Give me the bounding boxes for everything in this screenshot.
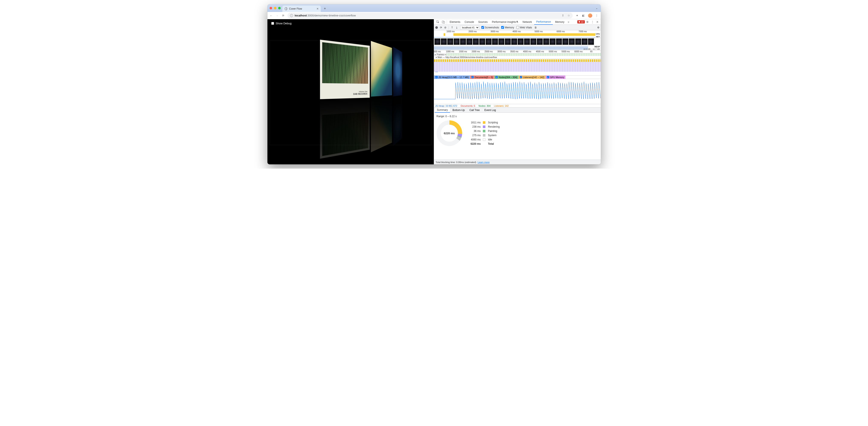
new-tab-button[interactable]: + — [323, 7, 327, 10]
documents-filter[interactable]: ✓Documents[5 – 5] — [470, 76, 494, 79]
filmstrip-thumb[interactable] — [473, 38, 479, 45]
filmstrip-thumb[interactable] — [460, 38, 466, 45]
back-button[interactable]: ← — [270, 14, 273, 17]
traffic-lights — [270, 7, 281, 9]
tab-console[interactable]: Console — [463, 19, 476, 25]
filmstrip-thumb[interactable] — [524, 38, 530, 45]
address-bar[interactable]: i localhost:3000/demo/view-timeline-css/… — [287, 12, 572, 19]
filmstrip-thumb[interactable] — [441, 38, 447, 45]
frames-track[interactable]: ▸ Frames ns — [434, 53, 601, 56]
close-window-icon[interactable] — [270, 7, 272, 9]
tab-performance[interactable]: Performance — [534, 19, 553, 25]
filmstrip-thumb[interactable] — [582, 38, 588, 45]
load-profile-icon[interactable]: ⭱ — [451, 26, 454, 29]
range-label: Range: 0 – 6.22 s — [437, 115, 598, 118]
tab-perf-insights[interactable]: Performance insights ⚗ — [490, 19, 520, 25]
cover-item[interactable] — [393, 47, 402, 96]
extensions-icon[interactable]: ✦ — [575, 14, 579, 17]
browser-tab[interactable]: Cover Flow ✕ — [282, 5, 321, 12]
tabs-dropdown-icon[interactable]: ⌄ — [595, 6, 599, 10]
legend-jsheap: JS Heap: 10 861 672 — [435, 105, 457, 107]
screenshot-filmstrip[interactable] — [434, 38, 601, 46]
filmstrip-thumb[interactable] — [447, 38, 453, 45]
cover-item[interactable] — [371, 41, 392, 97]
filmstrip-thumb[interactable] — [537, 38, 543, 45]
expand-icon[interactable]: ▸ — [434, 53, 437, 56]
chrome-menu-icon[interactable]: ⋮ — [595, 14, 599, 17]
clear-icon[interactable]: ⊘ — [444, 26, 446, 29]
site-info-icon[interactable]: i — [290, 14, 293, 17]
nodes-filter[interactable]: ✓Nodes[304 – 304] — [494, 76, 519, 79]
subtab-summary[interactable]: Summary — [435, 108, 450, 113]
flame-chart[interactable] — [434, 59, 601, 76]
zoom-window-icon[interactable] — [278, 7, 281, 9]
subtab-calltree[interactable]: Call Tree — [467, 108, 482, 113]
filmstrip-thumb[interactable] — [562, 38, 568, 45]
target-select[interactable]: localhost #1 — [460, 26, 479, 29]
cover-item-front[interactable]: Volume One DAB RECORDS — [320, 40, 370, 159]
filmstrip-thumb[interactable] — [486, 38, 492, 45]
kebab-menu-icon[interactable]: ⋮ — [590, 21, 595, 24]
overview-ruler[interactable]: 1000 ms2000 ms3000 ms4000 ms5000 ms6000 … — [434, 30, 601, 38]
reload-record-icon[interactable]: ⟳ — [440, 26, 442, 29]
close-devtools-icon[interactable]: ✕ — [595, 21, 599, 24]
capture-settings-icon[interactable]: ⚙ — [597, 26, 599, 29]
record-button[interactable] — [435, 26, 438, 29]
gpu-filter[interactable]: ✓GPU Memory — [546, 76, 566, 79]
filmstrip-thumb[interactable] — [518, 38, 524, 45]
filmstrip-thumb[interactable] — [492, 38, 498, 45]
inspect-icon[interactable] — [435, 21, 440, 24]
save-profile-icon[interactable]: ⭳ — [456, 26, 458, 29]
webvitals-toggle[interactable]: Web Vitals — [516, 26, 532, 29]
more-tabs-icon[interactable]: » — [567, 21, 570, 24]
filmstrip-thumb[interactable] — [556, 38, 562, 45]
collapse-icon[interactable]: ▾ — [435, 56, 438, 58]
minimize-window-icon[interactable] — [274, 7, 276, 9]
timeline-ruler[interactable]: 500 ms1000 ms1500 ms2000 ms2500 ms3000 m… — [434, 50, 601, 53]
coverflow-stage[interactable]: Volume One DAB RECORDS — [270, 40, 432, 145]
filmstrip-thumb[interactable] — [505, 38, 511, 45]
close-tab-icon[interactable]: ✕ — [316, 7, 319, 10]
filmstrip-thumb[interactable] — [454, 38, 460, 45]
learn-more-link[interactable]: Learn more — [477, 161, 490, 164]
filmstrip-thumb[interactable] — [479, 38, 485, 45]
filmstrip-thumb[interactable] — [550, 38, 556, 45]
memory-chart[interactable] — [434, 79, 601, 104]
tab-elements[interactable]: Elements — [448, 19, 462, 25]
reload-button[interactable]: ⟳ — [281, 14, 285, 17]
filmstrip-thumb[interactable] — [466, 38, 472, 45]
summary-panel: Range: 0 – 6.22 s 6220 ms 1611 msScripti… — [434, 113, 601, 160]
net-overview — [434, 37, 595, 38]
heap-overview[interactable]: HEAP 10.5 MB – 12.7 MB — [434, 46, 601, 50]
profile-avatar[interactable] — [588, 13, 592, 18]
listeners-filter[interactable]: ✓Listeners[142 – 142] — [519, 76, 546, 79]
share-icon[interactable]: ⇧ — [562, 14, 564, 17]
side-panel-icon[interactable]: ◧ — [582, 14, 585, 17]
filmstrip-thumb[interactable] — [588, 38, 594, 45]
screenshots-toggle[interactable]: Screenshots — [482, 26, 499, 29]
filmstrip-thumb[interactable] — [530, 38, 536, 45]
filmstrip-thumb[interactable] — [575, 38, 581, 45]
gc-icon[interactable]: 🗑 — [534, 26, 537, 29]
settings-icon[interactable]: ⚙ — [585, 21, 590, 24]
main-thread-label[interactable]: ▾ Main — http://localhost:3000/demo/view… — [434, 56, 601, 59]
subtab-bottomup[interactable]: Bottom-Up — [451, 108, 467, 113]
jsheap-filter[interactable]: ✓JS Heap[10.5 MB – 12.7 MB] — [434, 76, 470, 79]
legend-documents: Documents: 5 — [461, 105, 475, 107]
tab-network[interactable]: Network — [521, 19, 534, 25]
bookmark-icon[interactable]: ☆ — [567, 14, 570, 17]
cpu-label: CPU — [596, 33, 600, 35]
show-debug-checkbox[interactable] — [271, 22, 274, 25]
device-toggle-icon[interactable] — [441, 21, 446, 24]
filmstrip-thumb[interactable] — [569, 38, 575, 45]
show-debug-toggle[interactable]: Show Debug — [271, 22, 291, 25]
error-badge[interactable]: ✖ 22 — [577, 20, 585, 24]
filmstrip-thumb[interactable] — [498, 38, 504, 45]
memory-toggle[interactable]: Memory — [501, 26, 514, 29]
tab-memory[interactable]: Memory — [553, 19, 566, 25]
tab-sources[interactable]: Sources — [476, 19, 490, 25]
subtab-eventlog[interactable]: Event Log — [482, 108, 498, 113]
filmstrip-thumb[interactable] — [434, 38, 440, 45]
filmstrip-thumb[interactable] — [511, 38, 517, 45]
filmstrip-thumb[interactable] — [543, 38, 549, 45]
